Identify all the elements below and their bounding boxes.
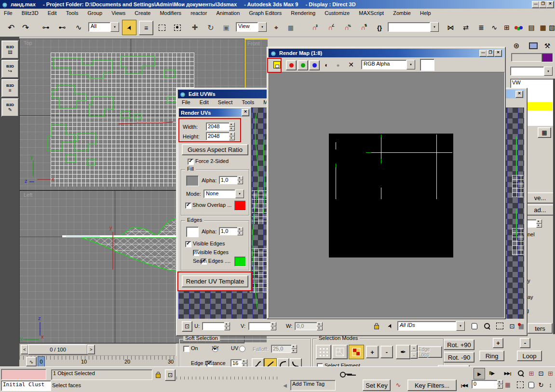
add-time-tag-field[interactable]: Add Time Tag	[290, 380, 336, 391]
v-field[interactable]	[248, 322, 272, 330]
material-editor-icon[interactable]	[512, 21, 525, 34]
uvw-menu-tools[interactable]: Tools	[238, 98, 258, 106]
menu-customize[interactable]: Customize	[321, 9, 353, 17]
time-config-icon[interactable]: ▦	[502, 379, 513, 390]
menu-group[interactable]: Group	[83, 9, 106, 17]
edges-alpha-field[interactable]: 1,0	[219, 227, 239, 235]
region-zoom-icon[interactable]	[515, 379, 526, 390]
loop-button[interactable]: Loop	[517, 351, 542, 361]
monochrome-icon[interactable]: ◐	[322, 60, 331, 69]
falloff-spinner[interactable]	[291, 345, 297, 353]
align-icon[interactable]: ⇄	[459, 21, 473, 34]
force-2sided-checkbox[interactable]	[188, 159, 194, 165]
u-field[interactable]	[202, 322, 226, 330]
schematic-view-icon[interactable]: ⊞	[501, 21, 513, 34]
zoom-extents-all-icon[interactable]: ⊞	[546, 368, 555, 378]
render-uvs-title-bar[interactable]: Render UVs ✕	[179, 108, 250, 117]
menu-create[interactable]: Create	[131, 9, 154, 17]
minimize-button[interactable]: —	[532, 1, 540, 8]
select-and-link-icon[interactable]: ⊶	[39, 21, 53, 34]
chevron-down-icon[interactable]	[430, 22, 439, 32]
menu-zombie[interactable]: Zombie	[389, 9, 415, 17]
snap-toggle-3d-icon[interactable]: ∩3	[308, 21, 322, 34]
save-uvs-button[interactable]: ve...	[526, 192, 555, 203]
zoom-icon[interactable]	[482, 321, 492, 331]
chevron-down-icon[interactable]	[235, 189, 244, 198]
stack-pin-icon[interactable]: ▦	[538, 127, 551, 138]
close-button[interactable]: ✕	[546, 1, 554, 8]
time-slider-track[interactable]: < 0 / 100 >	[19, 343, 176, 356]
seam-color-swatch[interactable]	[234, 257, 246, 267]
snap-grid-icon[interactable]: ▦	[516, 321, 526, 331]
soft-selection-on-checkbox[interactable]	[183, 346, 190, 352]
autokey-curve-icon[interactable]: ∿	[393, 379, 404, 390]
menu-reactor[interactable]: reactor	[187, 9, 211, 17]
set-keys-icon[interactable]	[336, 368, 357, 378]
uvw-menu-select[interactable]: Select	[214, 98, 237, 106]
map-channel-spinner[interactable]	[536, 219, 542, 228]
alpha-channel-icon[interactable]: ●	[333, 60, 343, 69]
absolute-offset-toggle-icon[interactable]: ⊡	[165, 369, 176, 381]
shrink-selection-button[interactable]: -	[380, 346, 393, 358]
menu-animation[interactable]: Animation	[212, 9, 244, 17]
b3d-export-button[interactable]: B3D↪	[1, 60, 19, 78]
tab-radiosity-icon[interactable]: ⊛	[510, 40, 523, 52]
uvw-menu-edit[interactable]: Edit	[196, 98, 213, 106]
named-selection-dropdown[interactable]	[388, 22, 439, 32]
unlink-selection-icon[interactable]: ⊷	[55, 21, 69, 34]
selection-lock-icon[interactable]	[153, 369, 163, 380]
track-bar-ruler[interactable]: ∿ 0 10 20 30	[19, 355, 176, 367]
filters-rollout-button[interactable]: ters	[528, 323, 553, 334]
menu-views[interactable]: Views	[108, 9, 129, 17]
percent-snap-icon[interactable]: ∩%	[340, 21, 355, 34]
curve-editor-icon[interactable]: ∿	[488, 21, 501, 34]
visible-edges-checkbox[interactable]	[185, 241, 191, 247]
tab-utilities-icon[interactable]: ⚒	[541, 40, 554, 52]
reference-coord-dropdown[interactable]: View	[236, 22, 267, 32]
w-spinner[interactable]	[317, 322, 323, 330]
tab-display-icon[interactable]	[527, 40, 540, 52]
panel-scrollbar[interactable]	[553, 79, 555, 334]
menu-help[interactable]: Help	[416, 9, 435, 17]
select-object-button[interactable]: ➤	[122, 20, 136, 35]
bind-to-spacewarp-icon[interactable]: ∿	[71, 21, 86, 34]
zoom-extents-icon[interactable]: ⊡	[507, 321, 517, 331]
next-frame-icon[interactable]: ‖▶	[486, 368, 498, 378]
w-field[interactable]: 0,0	[295, 322, 319, 330]
uvw-menu-file[interactable]: File	[178, 98, 194, 106]
undo-icon[interactable]: ↶	[5, 21, 17, 34]
blue-channel-icon[interactable]	[309, 60, 320, 70]
pick-filter-icon[interactable]: ➤	[386, 322, 394, 329]
mirror-icon[interactable]: ⋈	[444, 21, 457, 34]
modifier-list-dropdown[interactable]	[510, 67, 553, 76]
speaker-icon[interactable]: ◀	[281, 380, 289, 390]
ring-shrink-button[interactable]: -	[520, 338, 530, 348]
min-max-toggle-icon[interactable]: ↕	[546, 379, 555, 390]
time-slider-thumb[interactable]: 0 / 100	[28, 344, 88, 355]
time-next-button[interactable]: >	[87, 345, 95, 354]
keyboard-override-icon[interactable]: ▦	[284, 21, 297, 34]
b3d-list-button[interactable]: B3D≡	[1, 79, 19, 97]
green-channel-icon[interactable]	[298, 60, 308, 70]
overlap-color-swatch[interactable]	[234, 201, 246, 211]
paint-size-stepper[interactable]: +-	[410, 345, 417, 358]
render-uvs-close-button[interactable]: ✕	[242, 109, 249, 116]
go-to-start-icon[interactable]: |◀◀	[459, 380, 470, 390]
angle-snap-icon[interactable]: ∩∠	[324, 21, 338, 34]
current-frame-field[interactable]: 0	[472, 380, 500, 389]
u-spinner[interactable]	[224, 322, 230, 330]
menu-tools[interactable]: Tools	[62, 9, 82, 17]
paint-select-icon[interactable]: ✒	[396, 345, 410, 359]
chevron-down-icon[interactable]	[258, 22, 267, 32]
grow-selection-button[interactable]: +	[366, 346, 379, 358]
edges-alpha-spinner[interactable]	[237, 227, 243, 235]
menu-maxscript[interactable]: MAXScript	[355, 9, 388, 17]
quick-render-icon[interactable]: ▧	[549, 21, 555, 34]
stack-item-unwrap-uvw[interactable]: VW	[511, 79, 553, 86]
zoom-viewport-icon[interactable]	[516, 368, 526, 378]
menu-graph-editors[interactable]: Graph Editors	[245, 9, 285, 17]
menu-edit[interactable]: Edit	[44, 9, 61, 17]
vertex-mode-button[interactable]	[316, 345, 331, 359]
clear-icon[interactable]: ✕	[346, 59, 356, 70]
select-and-manipulate-icon[interactable]: ⌖	[270, 21, 283, 34]
